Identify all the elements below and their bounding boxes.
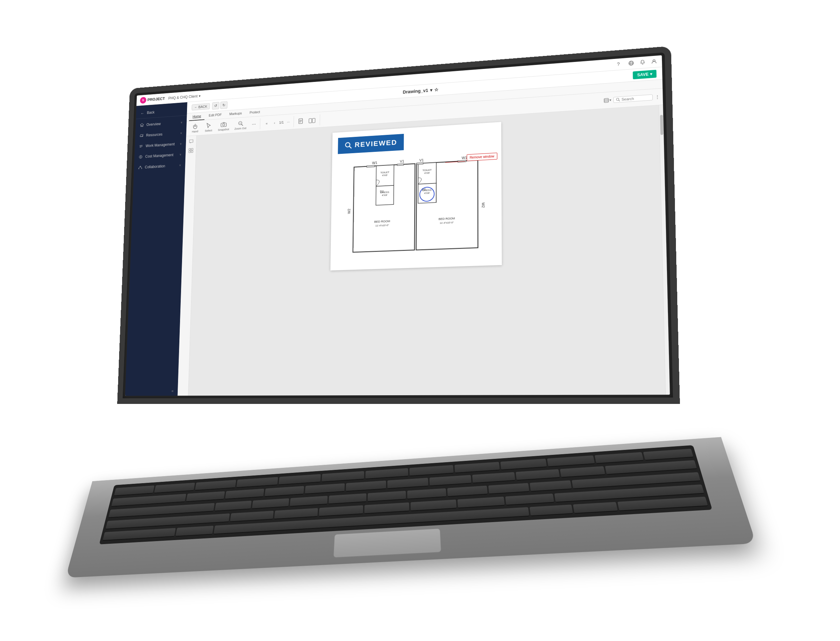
app-container: b PROJECT PHQ & CHQ Client ▾ ? — [125, 55, 670, 396]
pdf-redo-button[interactable]: ↻ — [220, 101, 228, 109]
pdf-chat-icon[interactable] — [188, 138, 194, 145]
key[interactable] — [305, 483, 345, 494]
toolbar-doc-double[interactable] — [306, 115, 318, 125]
key[interactable] — [472, 472, 516, 483]
key[interactable] — [195, 480, 236, 490]
svg-rect-63 — [397, 164, 403, 166]
key[interactable] — [488, 483, 530, 494]
pdf-thumbnail-icon[interactable] — [187, 147, 194, 154]
toolbar-tool-hand[interactable]: Hand — [189, 122, 202, 135]
key[interactable] — [225, 488, 264, 499]
key[interactable] — [114, 485, 154, 496]
work-mgmt-chevron-icon: ∨ — [180, 142, 182, 145]
sidebar-collapse-button[interactable]: « — [125, 386, 178, 396]
key[interactable] — [215, 501, 252, 511]
svg-rect-24 — [604, 98, 609, 102]
resources-icon — [139, 133, 144, 138]
overview-chevron-icon: ∨ — [180, 121, 182, 124]
key[interactable] — [516, 469, 560, 480]
key[interactable] — [455, 462, 500, 473]
key[interactable] — [265, 486, 304, 497]
key[interactable] — [365, 502, 410, 514]
key[interactable] — [411, 499, 457, 511]
key[interactable] — [279, 474, 321, 485]
toolbar-tool-snapshot[interactable]: Snapshot — [215, 119, 231, 132]
key[interactable] — [458, 496, 505, 508]
key[interactable] — [387, 478, 428, 489]
key[interactable] — [447, 485, 488, 497]
key[interactable] — [236, 477, 278, 488]
key[interactable] — [186, 491, 225, 502]
tab-markups[interactable]: Markups — [226, 109, 246, 119]
key[interactable] — [274, 508, 318, 519]
tab-home[interactable]: Home — [189, 112, 205, 121]
help-icon[interactable]: ? — [617, 61, 623, 67]
tab-protect[interactable]: Protect — [246, 108, 264, 117]
svg-text:W2: W2 — [347, 208, 351, 214]
sidebar-cost-mgmt-label: Cost Management — [145, 153, 177, 158]
brand-logo: b PROJECT — [140, 95, 165, 103]
floor-plan: W1 V1 V1 W1 W2 W2 — [347, 151, 485, 260]
key[interactable] — [547, 455, 595, 467]
pdf-scrollbar-thumb[interactable] — [660, 114, 663, 135]
key[interactable] — [346, 480, 386, 491]
key[interactable] — [175, 525, 213, 536]
svg-line-34 — [349, 146, 352, 148]
key[interactable] — [321, 471, 364, 482]
tab-edit-pdf[interactable]: Edit PDF — [205, 111, 225, 119]
pdf-undo-button[interactable]: ↺ — [212, 101, 219, 109]
cost-mgmt-icon — [138, 154, 143, 159]
key[interactable] — [252, 498, 289, 509]
svg-line-2 — [629, 63, 634, 63]
key[interactable] — [530, 504, 573, 516]
key[interactable] — [319, 505, 363, 516]
key[interactable] — [328, 493, 366, 504]
key[interactable] — [365, 468, 408, 479]
svg-rect-31 — [189, 150, 190, 153]
key[interactable] — [290, 496, 328, 506]
key[interactable] — [103, 528, 176, 541]
toolbar-kebab-menu[interactable]: ⋮ — [655, 94, 660, 100]
trackpad[interactable] — [334, 528, 441, 557]
key[interactable] — [410, 465, 454, 476]
sidebar-item-back[interactable]: ← Back — [136, 105, 187, 119]
key[interactable] — [530, 480, 572, 491]
zoom-out-label: Zoom Out — [234, 127, 246, 130]
key[interactable] — [505, 493, 554, 505]
sidebar-collaboration-label: Collaboration — [145, 163, 177, 169]
sidebar-resources-label: Resources — [146, 131, 178, 137]
svg-rect-64 — [417, 163, 423, 164]
key[interactable] — [429, 475, 471, 486]
toolbar-tool-more[interactable]: ··· — [249, 119, 258, 129]
key[interactable] — [368, 491, 406, 501]
nav-project-name[interactable]: PHQ & CHQ Client ▾ — [169, 93, 201, 100]
key[interactable] — [595, 452, 644, 464]
key[interactable] — [230, 511, 273, 522]
page-more-button[interactable]: ··· — [285, 118, 292, 125]
brand-name: PROJECT — [148, 96, 165, 102]
key[interactable] — [573, 502, 618, 514]
page-first-button[interactable]: « — [263, 119, 270, 127]
save-button[interactable]: SAVE ▾ — [633, 69, 656, 79]
key[interactable] — [154, 483, 195, 493]
svg-text:W2: W2 — [481, 202, 485, 208]
toolbar-view-options[interactable]: ▾ — [604, 98, 611, 103]
toolbar-doc-single[interactable] — [296, 116, 305, 126]
globe-icon[interactable] — [628, 60, 635, 66]
toolbar-tool-select[interactable]: Select — [202, 121, 215, 134]
search-input[interactable] — [622, 95, 650, 101]
pdf-back-button[interactable]: ← BACK — [192, 103, 210, 110]
bell-icon[interactable] — [640, 59, 646, 65]
pdf-title-chevron-icon[interactable]: ▾ — [430, 87, 432, 92]
key[interactable] — [643, 449, 694, 461]
key[interactable] — [560, 466, 605, 478]
svg-line-8 — [140, 146, 143, 146]
page-prev-button[interactable]: ‹ — [271, 119, 278, 126]
user-icon[interactable] — [651, 58, 658, 64]
toolbar-tool-zoom-out[interactable]: Zoom Out — [232, 118, 249, 132]
pdf-star-icon[interactable]: ☆ — [434, 87, 438, 92]
key[interactable] — [407, 488, 447, 499]
sidebar-back-label: Back — [147, 108, 183, 114]
pdf-page: REVIEWED — [331, 122, 502, 271]
key[interactable] — [501, 459, 547, 470]
